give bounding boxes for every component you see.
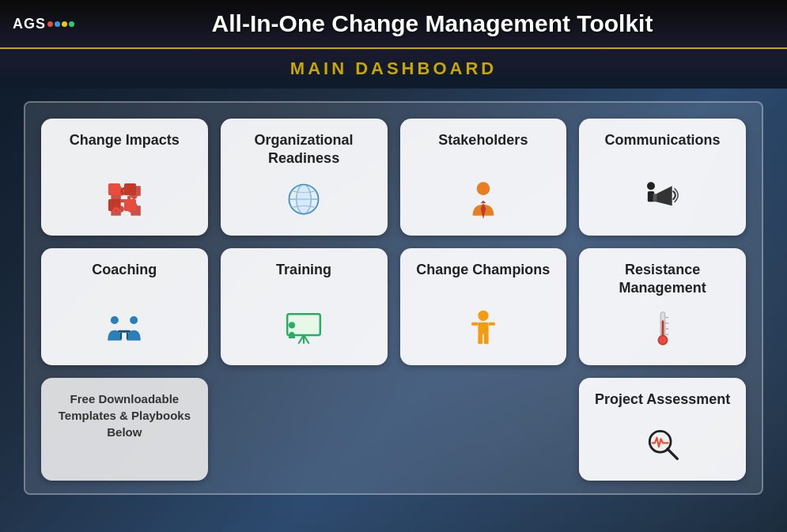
resistance-management-title: Resistance Management (588, 261, 736, 298)
svg-rect-16 (120, 332, 122, 339)
svg-point-24 (478, 310, 488, 320)
organizational-readiness-card[interactable]: Organizational Readiness (221, 119, 388, 236)
project-assessment-card[interactable]: Project Assessment (579, 378, 746, 481)
logo-area: AGS (13, 16, 74, 32)
svg-rect-29 (489, 322, 495, 325)
logo-dots (47, 21, 74, 27)
svg-rect-27 (484, 333, 489, 343)
coaching-icon (104, 304, 144, 354)
svg-rect-15 (119, 330, 131, 332)
svg-rect-12 (653, 194, 656, 202)
sub-header-title: MAIN DASHBOARD (0, 58, 787, 79)
cards-row-2: Coaching (41, 248, 746, 365)
dot-blue (55, 21, 60, 27)
cards-row-1: Change Impacts (41, 119, 746, 236)
thermometer-icon (643, 304, 683, 354)
coaching-title: Coaching (92, 261, 157, 279)
cards-row-3: Free Downloadable Templates & Playbooks … (41, 378, 746, 481)
svg-point-10 (647, 182, 655, 190)
svg-point-9 (477, 182, 490, 195)
main-content: Change Impacts (0, 89, 787, 507)
change-champions-card[interactable]: Change Champions (400, 248, 567, 365)
svg-rect-1 (124, 183, 136, 195)
training-icon (284, 304, 324, 354)
coaching-card[interactable]: Coaching (41, 248, 208, 365)
assessment-icon (643, 420, 683, 470)
project-assessment-title: Project Assessment (595, 391, 730, 409)
svg-rect-28 (471, 322, 478, 325)
header: AGS All-In-One Change Management Toolkit (0, 0, 787, 49)
dot-red (47, 21, 53, 27)
communications-title: Communications (605, 131, 721, 149)
dot-green (69, 21, 74, 27)
free-templates-title: Free Downloadable Templates & Playbooks … (51, 391, 199, 440)
svg-line-40 (667, 448, 677, 458)
training-card[interactable]: Training (221, 248, 388, 365)
svg-point-8 (297, 184, 311, 213)
megaphone-icon (643, 175, 683, 224)
svg-point-20 (289, 322, 295, 328)
empty-card-2 (400, 378, 567, 481)
dashboard-container: Change Impacts (24, 101, 763, 495)
sub-header: MAIN DASHBOARD (0, 49, 787, 89)
svg-rect-17 (127, 332, 128, 339)
svg-rect-0 (108, 183, 120, 195)
svg-rect-25 (478, 322, 488, 334)
globe-icon (284, 175, 324, 224)
stakeholders-title: Stakeholders (438, 131, 528, 149)
free-templates-card[interactable]: Free Downloadable Templates & Playbooks … (41, 378, 208, 481)
change-impacts-card[interactable]: Change Impacts (41, 119, 208, 236)
dot-yellow (62, 21, 67, 27)
header-title: All-In-One Change Management Toolkit (90, 10, 774, 37)
svg-point-33 (659, 336, 667, 344)
svg-point-14 (131, 315, 138, 323)
svg-point-13 (111, 315, 119, 323)
svg-rect-31 (661, 320, 664, 337)
champion-icon (463, 304, 503, 354)
logo-text: AGS (13, 16, 46, 32)
empty-card-1 (221, 378, 388, 481)
puzzle-icon (104, 175, 144, 224)
communications-card[interactable]: Communications (579, 119, 746, 236)
resistance-management-card[interactable]: Resistance Management (579, 248, 746, 365)
person-tie-icon (463, 175, 503, 224)
svg-rect-26 (478, 333, 482, 343)
org-readiness-title: Organizational Readiness (230, 131, 378, 168)
change-impacts-title: Change Impacts (70, 131, 180, 149)
svg-rect-3 (124, 199, 136, 211)
training-title: Training (276, 261, 331, 279)
stakeholders-card[interactable]: Stakeholders (400, 119, 567, 236)
change-champions-title: Change Champions (416, 261, 550, 279)
